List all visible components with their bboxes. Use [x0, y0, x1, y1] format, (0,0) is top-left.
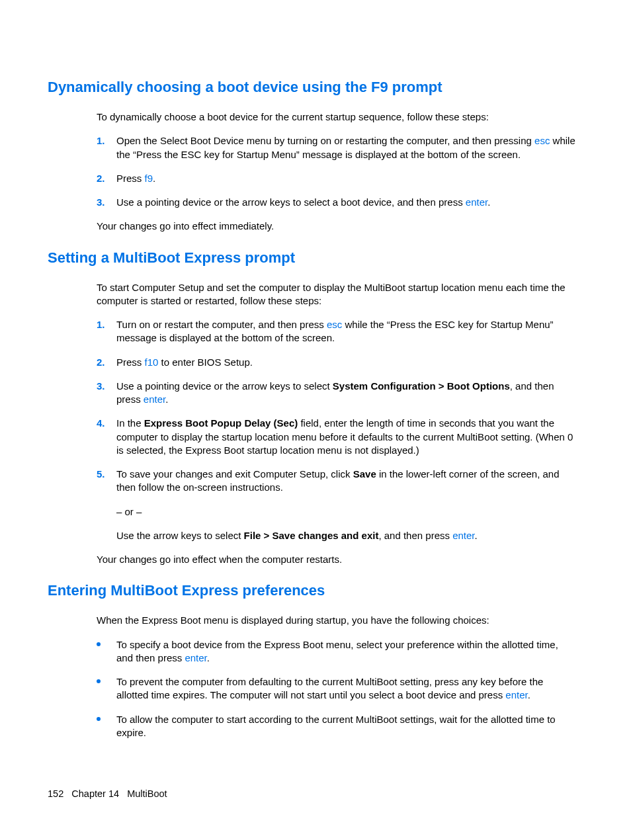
- step-content: Use a pointing device or the arrow keys …: [116, 380, 577, 407]
- key-enter: enter: [452, 530, 474, 541]
- step-number: 1.: [97, 134, 116, 161]
- list-item: 2. Press f10 to enter BIOS Setup.: [97, 356, 577, 369]
- key-esc: esc: [327, 319, 342, 330]
- outro-text: Your changes go into effect immediately.: [97, 220, 577, 233]
- step-number: 3.: [97, 196, 116, 209]
- step-number: 1.: [97, 318, 116, 345]
- bullet-icon: [97, 638, 116, 665]
- outro-text: Your changes go into effect when the com…: [97, 553, 577, 566]
- list-item: To specify a boot device from the Expres…: [97, 638, 577, 665]
- bold-text: Express Boot Popup Delay (Sec): [144, 417, 298, 429]
- step-content: Use a pointing device or the arrow keys …: [116, 196, 577, 209]
- step-content: To save your changes and exit Computer S…: [116, 468, 577, 542]
- key-enter: enter: [505, 689, 527, 700]
- key-enter: enter: [144, 394, 165, 405]
- step-content: Press f9.: [116, 172, 577, 185]
- bullet-content: To allow the computer to start according…: [116, 713, 577, 740]
- bullet-list: To specify a boot device from the Expres…: [97, 638, 577, 740]
- key-f9: f9: [145, 173, 153, 184]
- key-esc: esc: [534, 135, 550, 146]
- page-number: 152: [48, 788, 63, 799]
- step-content: In the Express Boot Popup Delay (Sec) fi…: [116, 417, 577, 457]
- list-item: 2. Press f9.: [97, 172, 577, 185]
- step-content: Turn on or restart the computer, and the…: [116, 318, 577, 345]
- step-content: Press f10 to enter BIOS Setup.: [116, 356, 577, 369]
- intro-text: When the Express Boot menu is displayed …: [97, 614, 577, 627]
- bold-text: Save: [353, 468, 376, 480]
- alt-instruction: Use the arrow keys to select File > Save…: [116, 529, 577, 542]
- step-number: 2.: [97, 172, 116, 185]
- bullet-content: To specify a boot device from the Expres…: [116, 638, 577, 665]
- section-1-body: To dynamically choose a boot device for …: [97, 110, 577, 233]
- chapter-title: MultiBoot: [127, 788, 167, 799]
- step-content: Open the Select Boot Device menu by turn…: [116, 134, 577, 161]
- heading-entering-preferences: Entering MultiBoot Express preferences: [48, 582, 583, 599]
- step-number: 3.: [97, 380, 116, 407]
- step-number: 2.: [97, 356, 116, 369]
- steps-list: 1. Turn on or restart the computer, and …: [97, 318, 577, 542]
- list-item: 1. Open the Select Boot Device menu by t…: [97, 134, 577, 161]
- bullet-icon: [97, 713, 116, 740]
- list-item: To prevent the computer from defaulting …: [97, 675, 577, 702]
- bullet-content: To prevent the computer from defaulting …: [116, 675, 577, 702]
- list-item: 3. Use a pointing device or the arrow ke…: [97, 196, 577, 209]
- list-item: 1. Turn on or restart the computer, and …: [97, 318, 577, 345]
- key-enter: enter: [466, 196, 487, 208]
- bullet-icon: [97, 675, 116, 702]
- key-f10: f10: [145, 357, 159, 368]
- section-3-body: When the Express Boot menu is displayed …: [97, 614, 577, 739]
- bold-text: File > Save changes and exit: [244, 530, 379, 541]
- list-item: 5. To save your changes and exit Compute…: [97, 468, 577, 542]
- section-2-body: To start Computer Setup and set the comp…: [97, 281, 577, 567]
- chapter-label: Chapter 14: [71, 788, 119, 799]
- or-separator: – or –: [116, 505, 577, 519]
- step-number: 4.: [97, 417, 116, 457]
- steps-list: 1. Open the Select Boot Device menu by t…: [97, 134, 577, 209]
- step-number: 5.: [97, 468, 116, 542]
- list-item: 3. Use a pointing device or the arrow ke…: [97, 380, 577, 407]
- key-enter: enter: [185, 652, 206, 663]
- intro-text: To start Computer Setup and set the comp…: [97, 281, 577, 308]
- heading-f9-prompt: Dynamically choosing a boot device using…: [48, 79, 583, 96]
- list-item: To allow the computer to start according…: [97, 713, 577, 740]
- heading-multiboot-express: Setting a MultiBoot Express prompt: [48, 249, 583, 267]
- list-item: 4. In the Express Boot Popup Delay (Sec)…: [97, 417, 577, 457]
- intro-text: To dynamically choose a boot device for …: [97, 110, 577, 124]
- page-footer: 152 Chapter 14 MultiBoot: [48, 788, 167, 799]
- bold-text: System Configuration > Boot Options: [333, 380, 510, 392]
